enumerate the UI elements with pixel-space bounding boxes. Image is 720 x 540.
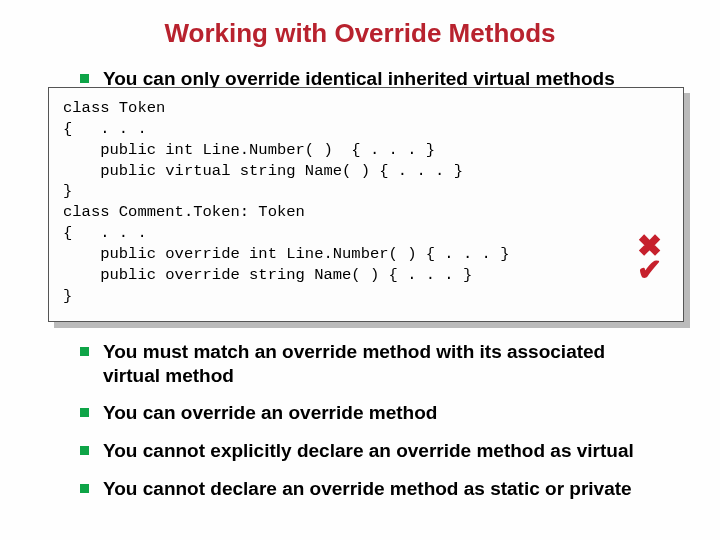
bullet-item: You must match an override method with i… <box>80 340 664 388</box>
bullet-text: You cannot explicitly declare an overrid… <box>103 439 634 463</box>
bullet-icon <box>80 446 89 455</box>
bullet-list-lower: You must match an override method with i… <box>48 340 684 501</box>
bullet-item: You can override an override method <box>80 401 664 425</box>
page-title: Working with Override Methods <box>0 0 720 63</box>
bullet-icon <box>80 484 89 493</box>
code-block: class Token { . . . public int Line.Numb… <box>48 87 684 322</box>
code-block-wrap: class Token { . . . public int Line.Numb… <box>48 87 684 322</box>
bullet-icon <box>80 408 89 417</box>
bullet-text: You can override an override method <box>103 401 437 425</box>
bullet-text: You cannot declare an override method as… <box>103 477 632 501</box>
bullet-icon <box>80 347 89 356</box>
bullet-item: You cannot declare an override method as… <box>80 477 664 501</box>
code-marks: ✖ ✔ <box>637 231 662 285</box>
check-icon: ✔ <box>637 255 662 285</box>
content-area: You can only override identical inherite… <box>0 67 720 501</box>
bullet-text: You must match an override method with i… <box>103 340 664 388</box>
bullet-icon <box>80 74 89 83</box>
bullet-item: You cannot explicitly declare an overrid… <box>80 439 664 463</box>
